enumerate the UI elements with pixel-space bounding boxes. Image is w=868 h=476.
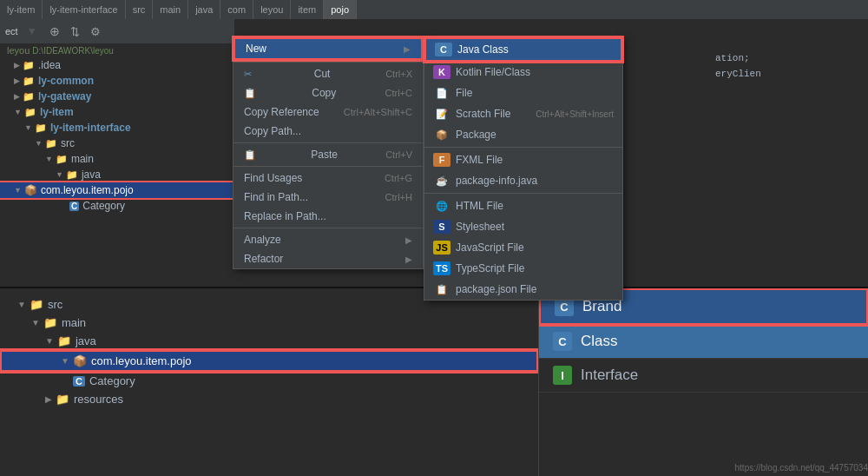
ts-icon: TS xyxy=(433,261,450,275)
b-arrow-java: ▼ xyxy=(45,336,54,346)
submenu-item-package[interactable]: 📦 Package xyxy=(424,124,622,145)
tab-ly-item[interactable]: ly-item xyxy=(0,0,43,19)
tree-item-main[interactable]: ▼ 📁 main xyxy=(0,151,234,167)
tab-item[interactable]: item xyxy=(291,0,324,19)
tree-item-category[interactable]: C Category xyxy=(0,198,234,214)
tree-item-src[interactable]: ▼ 📁 src xyxy=(0,136,234,151)
tab-main[interactable]: main xyxy=(153,0,188,19)
b-arrow-src: ▼ xyxy=(17,300,26,309)
b-folder-icon-main: 📁 xyxy=(43,316,57,329)
bottom-section: ▼ 📁 src ▼ 📁 main ▼ 📁 java ▼ 📦 com.leyou.… xyxy=(0,287,868,476)
tab-java[interactable]: java xyxy=(188,0,220,19)
b-folder-icon-src: 📁 xyxy=(30,298,43,311)
tree-item-ly-item-interface[interactable]: ▼ 📁 ly-item-interface xyxy=(0,120,234,136)
scratch-icon: 📝 xyxy=(433,107,450,121)
submenu-item-fxml[interactable]: F FXML File xyxy=(424,149,622,170)
arrow-ly-item: ▼ xyxy=(14,108,22,116)
folder-icon-ly-item-interface: 📁 xyxy=(35,122,47,134)
arrow-ly-item-interface: ▼ xyxy=(24,123,32,132)
submenu: C Java Class K Kotlin File/Class 📄 File … xyxy=(424,36,623,301)
arrow-main: ▼ xyxy=(45,155,53,163)
submenu-item-java-class[interactable]: C Java Class xyxy=(424,37,622,62)
tab-com[interactable]: com xyxy=(220,0,253,19)
tab-bar: ly-item ly-item-interface src main java … xyxy=(0,0,868,19)
folder-icon-ly-gateway: 📁 xyxy=(23,91,35,102)
b-class-icon-category: C xyxy=(73,376,85,387)
b-arrow-main: ▼ xyxy=(31,318,40,327)
tree-item-idea[interactable]: ▶ 📁 .idea xyxy=(0,57,234,73)
arrows-icon[interactable]: ⇅ xyxy=(70,25,80,38)
submenu-item-js[interactable]: JS JavaScript File xyxy=(424,237,622,258)
paste-icon: 📋 xyxy=(244,149,256,161)
menu-item-new[interactable]: New ▶ xyxy=(233,37,423,60)
pkgjson-icon: 📋 xyxy=(433,282,450,296)
html-icon: 🌐 xyxy=(433,199,450,213)
menu-item-find-usages[interactable]: Find Usages Ctrl+G xyxy=(233,169,423,188)
submenu-item-stylesheet[interactable]: S Stylesheet xyxy=(424,216,622,237)
menu-separator-4 xyxy=(233,228,423,228)
folder-icon-main: 📁 xyxy=(56,154,68,165)
tree-item-ly-item[interactable]: ▼ 📁 ly-item xyxy=(0,104,234,120)
menu-item-analyze[interactable]: Analyze ▶ xyxy=(233,230,423,249)
menu-item-copy[interactable]: 📋 Copy Ctrl+C xyxy=(233,83,423,102)
css-icon: S xyxy=(433,220,450,234)
submenu-item-pkg-info[interactable]: ☕ package-info.java xyxy=(424,170,622,191)
class-icon-category: C xyxy=(69,202,79,211)
submenu-item-scratch[interactable]: 📝 Scratch File Ctrl+Alt+Shift+Insert xyxy=(424,103,622,124)
submenu-item-html[interactable]: 🌐 HTML File xyxy=(424,195,622,216)
folder-icon-ly-item: 📁 xyxy=(24,107,36,118)
class-c-icon: C xyxy=(553,332,572,351)
submenu-item-file[interactable]: 📄 File xyxy=(424,83,622,103)
submenu-item-kotlin[interactable]: K Kotlin File/Class xyxy=(424,62,622,83)
menu-item-refactor[interactable]: Refactor ▶ xyxy=(233,249,423,268)
package-icon-pojo: 📦 xyxy=(24,184,37,196)
submenu-item-pkgjson[interactable]: 📋 package.json File xyxy=(424,279,622,300)
b-tree-item-main[interactable]: ▼ 📁 main xyxy=(0,314,538,332)
b-arrow-resources: ▶ xyxy=(45,394,52,404)
tree-item-java[interactable]: ▼ 📁 java xyxy=(0,167,234,182)
settings-icon[interactable]: ⚙ xyxy=(90,25,101,38)
b-folder-icon-java: 📁 xyxy=(57,334,71,347)
menu-separator-1 xyxy=(233,62,423,63)
b-tree-item-pojo[interactable]: ▼ 📦 com.leyou.item.pojo xyxy=(0,350,538,372)
bottom-left-panel: ▼ 📁 src ▼ 📁 main ▼ 📁 java ▼ 📦 com.leyou.… xyxy=(0,288,538,476)
b-tree-item-java[interactable]: ▼ 📁 java xyxy=(0,332,538,350)
js-icon: JS xyxy=(433,241,450,255)
arrow-ly-gateway: ▶ xyxy=(14,92,20,101)
b-arrow-pojo: ▼ xyxy=(61,356,69,366)
pkg-info-icon: ☕ xyxy=(433,174,450,188)
arrow-pojo: ▼ xyxy=(14,186,22,195)
menu-item-paste[interactable]: 📋 Paste Ctrl+V xyxy=(233,145,423,164)
project-tree: leyou D:\IDEAWORK\leyou ▶ 📁 .idea ▶ 📁 ly… xyxy=(0,43,234,287)
code-line-2: eryClien xyxy=(715,66,865,82)
watermark: https://blog.csdn.net/qq_44757034 xyxy=(735,463,868,473)
project-path: leyou D:\IDEAWORK\leyou xyxy=(0,43,234,57)
folder-icon-idea: 📁 xyxy=(23,60,35,71)
plus-icon[interactable]: ⊕ xyxy=(49,24,60,38)
br-item-interface[interactable]: I Interface xyxy=(539,359,868,393)
tree-item-ly-gateway[interactable]: ▶ 📁 ly-gateway xyxy=(0,89,234,104)
submenu-separator-2 xyxy=(424,193,622,194)
menu-item-replace-in-path[interactable]: Replace in Path... xyxy=(233,207,423,226)
submenu-item-ts[interactable]: TS TypeScript File xyxy=(424,258,622,279)
java-class-icon: C xyxy=(435,43,452,56)
menu-separator-3 xyxy=(233,166,423,167)
tab-leyou[interactable]: leyou xyxy=(253,0,291,19)
menu-item-find-in-path[interactable]: Find in Path... Ctrl+H xyxy=(233,188,423,207)
tree-item-ly-common[interactable]: ▶ 📁 ly-common xyxy=(0,73,234,89)
menu-item-cut[interactable]: ✂ Cut Ctrl+X xyxy=(233,64,423,83)
br-item-class[interactable]: C Class xyxy=(539,325,868,359)
arrow-src: ▼ xyxy=(35,139,43,148)
b-tree-item-resources[interactable]: ▶ 📁 resources xyxy=(0,390,538,408)
code-line-1: ation; xyxy=(715,50,865,66)
tab-src[interactable]: src xyxy=(126,0,154,19)
menu-item-copy-reference[interactable]: Copy Reference Ctrl+Alt+Shift+C xyxy=(233,102,423,122)
b-package-icon-pojo: 📦 xyxy=(73,354,87,367)
b-tree-item-category[interactable]: C Category xyxy=(0,372,538,390)
tab-pojo[interactable]: pojo xyxy=(324,0,357,19)
copy-icon: 📋 xyxy=(244,88,256,99)
tab-ly-item-interface[interactable]: ly-item-interface xyxy=(43,0,125,19)
menu-item-copy-path[interactable]: Copy Path... xyxy=(233,122,423,141)
toolbar: ect ▼ ⊕ ⇅ ⚙ xyxy=(0,19,234,43)
tree-item-pojo[interactable]: ▼ 📦 com.leyou.item.pojo xyxy=(0,182,234,198)
